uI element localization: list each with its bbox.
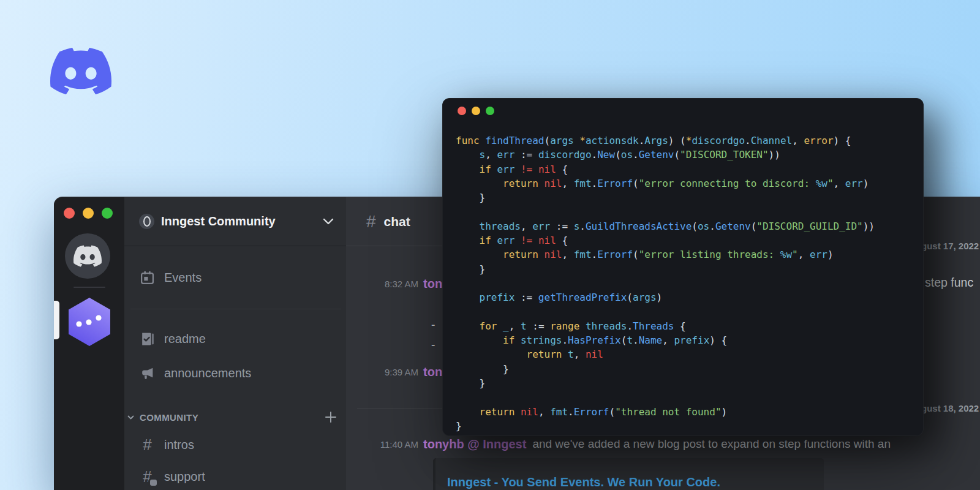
chevron-down-icon [127,415,134,420]
inngest-server-icon[interactable] [69,298,110,346]
message-timestamp: 8:32 AM [346,279,418,289]
channel-title: chat [384,214,410,229]
message-bullet: - [431,338,435,352]
channel-label: support [164,470,205,484]
hash-bubble-icon: # [140,469,155,484]
server-name: Inngest Community [161,214,276,228]
add-channel-button[interactable] [324,410,337,424]
desktop-background: Inngest Community Events readme [0,0,980,490]
discord-home-icon [74,242,102,270]
server-header[interactable]: Inngest Community [124,197,346,246]
discord-home-button[interactable] [65,233,110,279]
calendar-icon [140,270,155,285]
server-boost-badge-icon [139,214,154,229]
sidebar-item-intros[interactable]: # intros [140,435,194,454]
embed-title-link[interactable]: Inngest - You Send Events. We Run Your C… [447,475,720,489]
inngest-hexagon-icon [69,298,110,346]
sidebar-item-readme[interactable]: readme [140,330,206,348]
channel-sidebar: Inngest Community Events readme [124,197,346,490]
server-rail [54,197,124,490]
category-label: COMMUNITY [140,412,198,423]
message-text-fragment: step func [925,276,973,290]
window-controls[interactable] [458,107,494,115]
channel-divider [130,309,341,309]
sidebar-item-support[interactable]: # support [140,467,205,486]
message-timestamp: 9:39 AM [346,367,418,377]
sidebar-item-announcements[interactable]: announcements [140,364,251,382]
active-server-indicator [54,301,59,339]
link-embed: Inngest - You Send Events. We Run Your C… [433,458,824,490]
channel-label: announcements [164,366,251,380]
code-content: func findThread(args *actionsdk.Args) (*… [456,134,918,433]
message-text: and we've added a new blog post to expan… [532,437,891,451]
plus-icon [324,410,337,424]
channel-label: Events [164,271,202,285]
window-controls[interactable] [64,208,113,219]
hash-icon: # [366,212,376,232]
message-timestamp: 11:40 AM [346,439,418,450]
hash-icon: # [140,437,155,453]
code-editor-window: func findThread(args *actionsdk.Args) (*… [442,98,924,436]
chevron-down-icon[interactable] [323,218,334,225]
message-author[interactable]: tonyhb @ Inngest [423,437,526,451]
message-bullet: - [431,318,435,332]
channel-label: readme [164,332,206,346]
megaphone-icon [140,366,155,381]
category-community[interactable]: COMMUNITY [127,409,337,425]
book-check-icon [140,331,155,347]
chat-message: 11:40 AM tonyhb @ Inngest and we've adde… [346,435,980,453]
rail-divider [74,287,105,288]
channel-label: intros [164,438,194,452]
discord-logo [50,40,111,102]
sidebar-item-events[interactable]: Events [140,268,202,287]
